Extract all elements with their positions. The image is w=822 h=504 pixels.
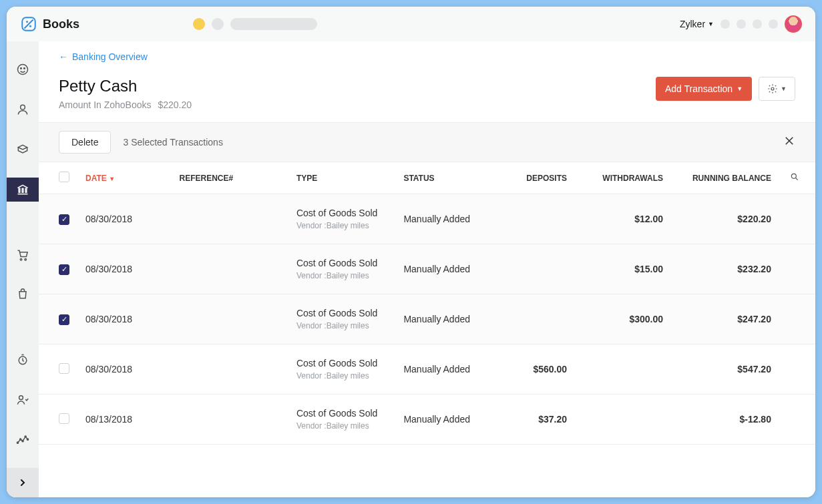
cell-deposit: $37.20 <box>493 395 575 445</box>
body: ← Banking Overview Petty Cash Amount In … <box>7 41 815 497</box>
topbar: Books Zylker ▼ <box>7 7 815 41</box>
svg-point-4 <box>21 67 22 69</box>
cell-balance: $-12.80 <box>671 395 782 445</box>
cell-reference <box>171 344 288 395</box>
svg-point-3 <box>18 64 28 74</box>
org-name: Zylker <box>680 19 705 29</box>
nav-items[interactable] <box>7 138 39 162</box>
svg-point-20 <box>791 174 796 178</box>
svg-point-11 <box>25 258 27 260</box>
nav-timesheet[interactable] <box>7 348 39 372</box>
nav-sales[interactable] <box>7 243 39 267</box>
cell-balance: $247.20 <box>671 294 782 344</box>
search-icon <box>790 172 799 182</box>
col-reference[interactable]: REFERENCE# <box>171 162 288 194</box>
caret-down-icon: ▼ <box>708 21 714 27</box>
back-link[interactable]: ← Banking Overview <box>59 51 148 62</box>
back-label: Banking Overview <box>72 51 148 62</box>
cell-withdrawal: $12.00 <box>575 194 671 244</box>
brand-logo-icon <box>20 15 37 33</box>
svg-point-2 <box>29 25 31 27</box>
cell-reference <box>171 244 288 294</box>
cell-status: Manually Added <box>395 344 493 395</box>
cell-deposit <box>493 244 575 294</box>
cell-date: 08/30/2018 <box>77 244 171 294</box>
row-checkbox[interactable] <box>59 413 69 424</box>
cell-deposit <box>493 194 575 244</box>
cell-date: 08/13/2018 <box>77 395 171 445</box>
table-body: 08/30/2018Cost of Goods SoldVendor :Bail… <box>39 194 815 445</box>
col-withdrawals[interactable]: WITHDRAWALS <box>575 162 671 194</box>
cell-deposit: $560.00 <box>493 344 575 395</box>
cell-type: Cost of Goods SoldVendor :Bailey miles <box>288 395 395 445</box>
cell-withdrawal: $15.00 <box>575 244 671 294</box>
page-subtitle: Amount In ZohoBooks $220.20 <box>59 99 192 110</box>
col-deposits[interactable]: DEPOSITS <box>493 162 575 194</box>
row-checkbox[interactable] <box>59 314 69 325</box>
topbar-action-2[interactable] <box>737 19 746 29</box>
nav-dashboard[interactable] <box>7 57 39 81</box>
table-header: DATE ▼ REFERENCE# TYPE STATUS DEPOSITS W… <box>39 162 815 194</box>
title-actions: Add Transaction ▼ ▼ <box>656 77 795 101</box>
topbar-action-4[interactable] <box>769 19 778 29</box>
svg-point-19 <box>771 87 774 90</box>
user-avatar[interactable] <box>785 15 802 33</box>
table-row[interactable]: 08/30/2018Cost of Goods SoldVendor :Bail… <box>39 194 815 244</box>
cell-type: Cost of Goods SoldVendor :Bailey miles <box>288 194 395 244</box>
balance-value: $220.20 <box>158 99 192 110</box>
delete-button[interactable]: Delete <box>59 131 111 154</box>
cell-balance: $220.20 <box>671 194 782 244</box>
row-checkbox[interactable] <box>59 363 69 374</box>
select-all-checkbox[interactable] <box>59 172 69 182</box>
table-row[interactable]: 08/13/2018Cost of Goods SoldVendor :Bail… <box>39 395 815 445</box>
cell-balance: $547.20 <box>671 344 782 395</box>
topbar-action-3[interactable] <box>753 19 762 29</box>
svg-point-15 <box>20 439 21 440</box>
placeholder-dot-yellow <box>193 18 205 30</box>
nav-banking[interactable] <box>7 178 39 202</box>
gear-icon <box>767 83 778 94</box>
cell-status: Manually Added <box>395 194 493 244</box>
nav-reports[interactable] <box>7 428 39 452</box>
table-row[interactable]: 08/30/2018Cost of Goods SoldVendor :Bail… <box>39 344 815 395</box>
svg-point-1 <box>26 21 28 23</box>
row-checkbox[interactable] <box>59 214 69 225</box>
close-selection-button[interactable] <box>783 135 795 150</box>
cell-type: Cost of Goods SoldVendor :Bailey miles <box>288 294 395 344</box>
page-header: ← Banking Overview Petty Cash Amount In … <box>39 41 815 123</box>
settings-button[interactable]: ▼ <box>759 77 795 101</box>
col-search[interactable] <box>782 162 815 194</box>
col-type[interactable]: TYPE <box>288 162 395 194</box>
table-row[interactable]: 08/30/2018Cost of Goods SoldVendor :Bail… <box>39 244 815 294</box>
org-switcher[interactable]: Zylker ▼ <box>680 19 714 29</box>
add-transaction-button[interactable]: Add Transaction ▼ <box>656 77 752 101</box>
topbar-action-1[interactable] <box>721 19 730 29</box>
nav-purchases[interactable] <box>7 283 39 307</box>
svg-point-16 <box>22 441 23 442</box>
table-row[interactable]: 08/30/2018Cost of Goods SoldVendor :Bail… <box>39 294 815 344</box>
title-row: Petty Cash Amount In ZohoBooks $220.20 A… <box>59 77 795 110</box>
add-transaction-label: Add Transaction <box>665 83 733 94</box>
cell-deposit <box>493 294 575 344</box>
svg-point-5 <box>24 67 25 69</box>
sidebar-expand[interactable] <box>7 468 39 497</box>
balance-label: Amount In ZohoBooks <box>59 99 152 110</box>
cell-status: Manually Added <box>395 244 493 294</box>
close-icon <box>783 135 795 147</box>
cell-reference <box>171 395 288 445</box>
app-frame: Books Zylker ▼ <box>7 7 815 497</box>
nav-contacts[interactable] <box>7 97 39 121</box>
svg-point-6 <box>21 105 25 109</box>
row-checkbox[interactable] <box>59 264 69 275</box>
col-balance[interactable]: RUNNING BALANCE <box>671 162 782 194</box>
svg-rect-9 <box>25 188 27 192</box>
page-title: Petty Cash <box>59 77 192 95</box>
cell-date: 08/30/2018 <box>77 344 171 395</box>
col-date[interactable]: DATE ▼ <box>77 162 171 194</box>
col-status[interactable]: STATUS <box>395 162 493 194</box>
sidebar <box>7 41 39 497</box>
selection-toolbar: Delete 3 Selected Transactions <box>39 123 815 162</box>
nav-accountant[interactable] <box>7 388 39 412</box>
cell-date: 08/30/2018 <box>77 294 171 344</box>
cell-type: Cost of Goods SoldVendor :Bailey miles <box>288 344 395 395</box>
